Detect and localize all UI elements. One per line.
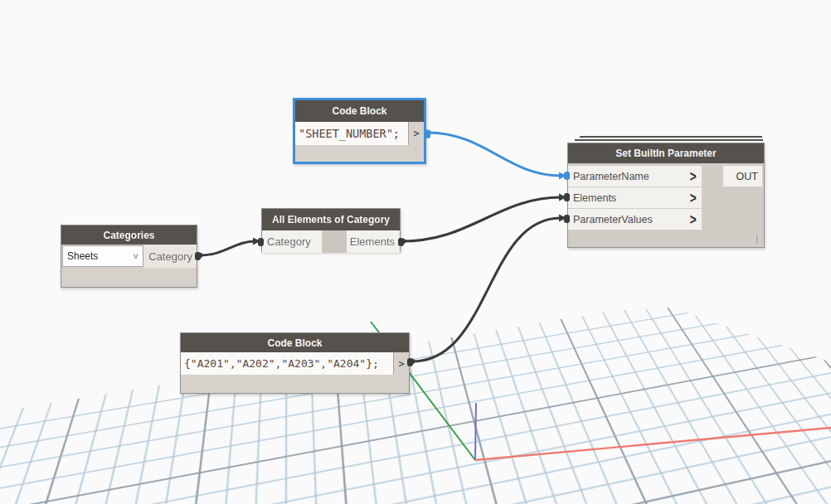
node-header[interactable]: All Elements of Category: [262, 209, 400, 230]
output-port-category[interactable]: Category: [143, 245, 197, 268]
node-header[interactable]: Code Block: [181, 333, 409, 352]
node-footer: [61, 268, 197, 287]
input-port-parametername[interactable]: ParameterName >: [568, 166, 702, 187]
input-port-label: ParameterName: [573, 171, 649, 182]
wire-codeblock-to-parametername[interactable]: [428, 133, 561, 176]
chevron-right-icon: >: [690, 167, 697, 184]
node-all-elements-of-category[interactable]: All Elements of Category Category Elemen…: [261, 208, 401, 252]
z-axis-blue: [475, 403, 476, 460]
node-body-gap: [322, 230, 347, 253]
input-port-nub[interactable]: [564, 215, 570, 223]
input-port-parametervalues[interactable]: ParameterValues >: [568, 209, 702, 230]
output-port-nub[interactable]: [407, 358, 413, 366]
chevron-down-icon: ˅: [134, 251, 143, 261]
input-port-nub[interactable]: [564, 172, 570, 180]
dropdown-value: Sheets: [67, 250, 98, 262]
node-set-builtin-parameter[interactable]: Set BuiltIn Parameter ParameterName > El…: [567, 143, 765, 248]
node-categories[interactable]: Categories Sheets ˅ Category: [61, 225, 197, 288]
output-port-nub[interactable]: [398, 238, 404, 246]
output-port-nub[interactable]: [195, 252, 201, 260]
output-port-out[interactable]: OUT: [723, 166, 762, 187]
output-port-nub[interactable]: [425, 130, 430, 138]
input-port-label: Elements: [573, 192, 616, 204]
input-port-category[interactable]: Category: [262, 230, 322, 253]
wire-categories-to-category[interactable]: [200, 241, 255, 255]
node-code-block-sheet-number[interactable]: Code Block "SHEET_NUMBER"; >: [293, 98, 426, 164]
input-port-label: ParameterValues: [573, 214, 653, 225]
stacked-node-edge: [580, 136, 762, 138]
stacked-node-edge: [575, 139, 763, 141]
node-code-block-values[interactable]: Code Block {"A201","A202","A203","A204"}…: [180, 332, 410, 394]
wire-codeblock-to-parametervalues[interactable]: [412, 218, 561, 361]
code-block-editor[interactable]: {"A201","A202","A203","A204"};: [181, 352, 393, 375]
code-block-editor[interactable]: "SHEET_NUMBER";: [295, 122, 408, 145]
category-dropdown[interactable]: Sheets ˅: [62, 245, 143, 267]
lacing-indicator[interactable]: |: [756, 233, 758, 243]
x-axis-red: [475, 428, 831, 460]
dynamo-canvas[interactable]: Categories Sheets ˅ Category All Element…: [0, 0, 831, 504]
node-footer: [181, 375, 409, 393]
code-block-output-port[interactable]: >: [408, 122, 424, 145]
chevron-right-icon: >: [690, 189, 697, 206]
input-port-nub[interactable]: [564, 193, 570, 201]
node-header[interactable]: Set BuiltIn Parameter: [568, 143, 764, 163]
input-port-nub[interactable]: [258, 238, 264, 246]
node-footer: [295, 145, 424, 162]
input-port-elements[interactable]: Elements >: [568, 187, 702, 208]
node-header[interactable]: Categories: [61, 225, 197, 245]
node-header[interactable]: Code Block: [295, 100, 424, 122]
output-port-elements[interactable]: Elements: [347, 230, 400, 253]
wire-elements-to-elements[interactable]: [403, 197, 561, 241]
chevron-right-icon: >: [690, 211, 697, 227]
